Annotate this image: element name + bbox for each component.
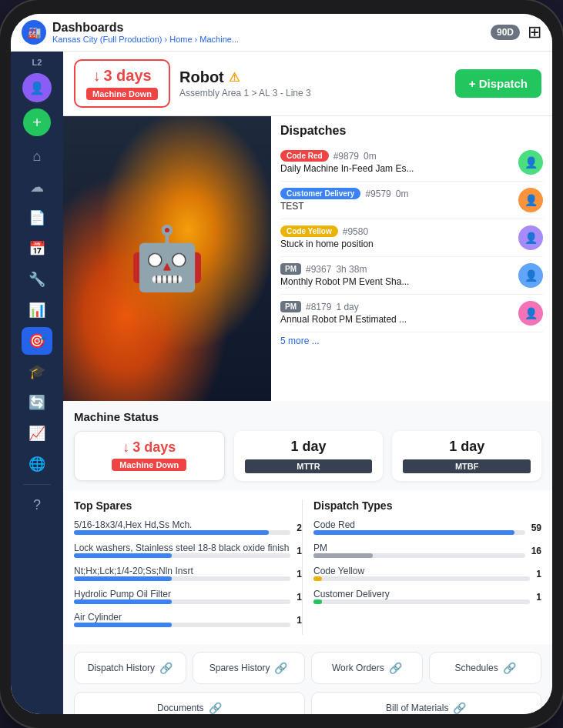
dispatch-avatar: 👤: [518, 225, 543, 250]
status-mtbf-label: MTBF: [403, 459, 531, 473]
machine-status-section: Machine Status ↓ 3 days Machine Down 1 d…: [63, 401, 552, 490]
dispatch-item[interactable]: PM #8179 1 day Annual Robot PM Estimated…: [280, 295, 543, 332]
sidebar: L2 👤 + ⌂ ☁ 📄 📅 🔧 📊 🎯 🎓 🔄 📈 🌐 ?: [11, 52, 63, 714]
header-section: ↓ 3 days Machine Down Robot ⚠ Assembly A…: [63, 52, 552, 116]
status-cards: ↓ 3 days Machine Down 1 day MTTR 1 day M…: [74, 431, 541, 481]
dispatch-type-name: Code Red: [313, 519, 525, 536]
sidebar-item-calendar[interactable]: 📅: [22, 235, 52, 262]
top-spares-section: Top Spares 5/16-18x3/4,Hex Hd,Ss Mch. 2 …: [74, 499, 302, 635]
dispatch-avatar: 👤: [518, 263, 543, 288]
dispatch-type-count: 59: [531, 523, 541, 533]
schedules-button[interactable]: Schedules 🔗: [429, 652, 541, 684]
robot-image-inner: 🤖: [63, 116, 271, 401]
bill-of-materials-button[interactable]: Bill of Materials 🔗: [311, 692, 542, 714]
image-dispatch-section: 🤖 Dispatches Code Red #9879 0m: [63, 116, 552, 401]
sidebar-item-analytics[interactable]: 📈: [22, 419, 52, 447]
tag-pm: PM: [280, 263, 301, 275]
sidebar-item-cloud[interactable]: ☁: [22, 173, 52, 201]
more-dispatches-link[interactable]: 5 more ...: [280, 336, 543, 346]
documents-button[interactable]: Documents 🔗: [74, 692, 305, 714]
tablet-frame: 🏭 Dashboards Kansas City (Full Productio…: [0, 0, 563, 728]
downtime-value: ↓ 3 days: [86, 67, 158, 85]
spare-name: 5/16-18x3/4,Hex Hd,Ss Mch.: [74, 519, 290, 536]
status-arrow: ↓: [122, 439, 129, 456]
link-label: Work Orders: [332, 663, 384, 673]
sidebar-item-target[interactable]: 🎯: [22, 327, 52, 355]
dispatch-desc: TEST: [280, 201, 512, 212]
app-icon: 🏭: [22, 20, 46, 45]
tag-code-red: Code Red: [280, 150, 329, 162]
sidebar-item-home[interactable]: ⌂: [22, 142, 52, 170]
dispatch-meta: Code Red #9879 0m Daily Machine In-Feed …: [280, 150, 512, 174]
status-card-mttr: 1 day MTTR: [234, 431, 384, 481]
dispatch-type-count: 16: [531, 546, 541, 556]
status-mtbf-value: 1 day: [403, 439, 531, 455]
dispatch-tags: Code Yellow #9580: [280, 225, 512, 237]
warning-icon: ⚠: [229, 70, 240, 85]
sidebar-item-docs[interactable]: 📄: [22, 204, 52, 232]
dispatch-num: #9879: [333, 151, 359, 162]
dispatch-num: #9367: [306, 264, 331, 275]
spare-count: 1: [297, 546, 302, 556]
sidebar-item-globe[interactable]: 🌐: [22, 450, 52, 478]
dispatch-item[interactable]: Code Red #9879 0m Daily Machine In-Feed …: [280, 144, 543, 182]
dispatch-type-count: 1: [536, 592, 541, 603]
status-down-value: ↓ 3 days: [85, 439, 213, 456]
link-icon: 🔗: [503, 662, 516, 674]
top-bar-left: 🏭 Dashboards Kansas City (Full Productio…: [22, 20, 239, 45]
spare-count: 2: [297, 523, 302, 533]
dispatch-type-name: Code Yellow: [313, 566, 530, 583]
dispatch-time: 1 day: [336, 302, 358, 312]
dispatch-item[interactable]: Code Yellow #9580 Stuck in home position…: [280, 219, 543, 257]
dispatch-num: #9579: [365, 189, 390, 199]
link-icon: 🔗: [453, 702, 466, 714]
sidebar-item-help[interactable]: ?: [22, 491, 52, 519]
dispatch-desc: Annual Robot PM Estimated ...: [280, 314, 512, 325]
sidebar-item-training[interactable]: 🎓: [22, 358, 52, 386]
quick-links-row1: Dispatch History 🔗 Spares History 🔗 Work…: [63, 644, 552, 692]
spare-row: Nt;Hx;Lck;1/4-20;Ss;Nln Insrt 1: [74, 566, 302, 583]
spare-name: Nt;Hx;Lck;1/4-20;Ss;Nln Insrt: [74, 566, 290, 583]
user-avatar[interactable]: 👤: [22, 73, 52, 102]
dispatch-num: #8179: [306, 302, 331, 312]
sidebar-item-reports[interactable]: 📊: [22, 296, 52, 324]
spare-count: 1: [297, 592, 302, 603]
link-label: Bill of Materials: [386, 703, 448, 713]
robot-image: 🤖: [63, 116, 271, 401]
breadcrumb[interactable]: Kansas City (Full Production) › Home › M…: [52, 35, 239, 44]
spare-count: 1: [297, 569, 302, 579]
spare-name: Hydrolic Pump Oil Filter: [74, 589, 290, 606]
dispatch-num: #9580: [343, 226, 368, 237]
add-button[interactable]: +: [23, 109, 51, 136]
spare-row: Lock washers, Stainless steel 18-8 black…: [74, 543, 302, 559]
status-mttr-label: MTTR: [245, 459, 373, 473]
dispatch-item[interactable]: PM #9367 3h 38m Monthly Robot PM Event S…: [280, 257, 543, 295]
link-label: Schedules: [455, 663, 498, 673]
dispatch-tags: Code Red #9879 0m: [280, 150, 512, 162]
dispatch-type-name: PM: [313, 543, 525, 559]
spares-history-button[interactable]: Spares History 🔗: [193, 652, 305, 684]
dispatch-avatar: 👤: [518, 188, 543, 212]
dispatch-tags: Customer Delivery #9579 0m: [280, 188, 512, 199]
dispatch-avatar: 👤: [518, 150, 543, 175]
tablet-screen: 🏭 Dashboards Kansas City (Full Productio…: [11, 14, 552, 714]
link-label: Spares History: [209, 663, 270, 673]
dispatch-desc: Monthly Robot PM Event Sha...: [280, 276, 512, 287]
top-spares-title: Top Spares: [74, 499, 302, 512]
work-orders-button[interactable]: Work Orders 🔗: [311, 652, 424, 684]
dispatch-item[interactable]: Customer Delivery #9579 0m TEST 👤: [280, 182, 543, 219]
dispatch-time: 0m: [396, 189, 409, 199]
top-bar-right: 90D ⊞: [491, 22, 541, 42]
sidebar-item-tools[interactable]: 🔧: [22, 265, 52, 293]
link-label: Dispatch History: [88, 663, 155, 673]
machine-name: Robot ⚠: [179, 68, 446, 86]
link-icon: 🔗: [209, 702, 222, 714]
dispatch-desc: Stuck in home position: [280, 239, 512, 249]
dispatch-button[interactable]: + Dispatch: [455, 69, 541, 98]
sidebar-item-refresh[interactable]: 🔄: [22, 389, 52, 416]
dispatch-history-button[interactable]: Dispatch History 🔗: [74, 652, 186, 684]
dispatches-panel: Dispatches Code Red #9879 0m Daily Machi…: [271, 116, 552, 401]
qr-icon[interactable]: ⊞: [528, 22, 541, 42]
spare-row: Hydrolic Pump Oil Filter 1: [74, 589, 302, 606]
link-icon: 🔗: [274, 662, 287, 674]
